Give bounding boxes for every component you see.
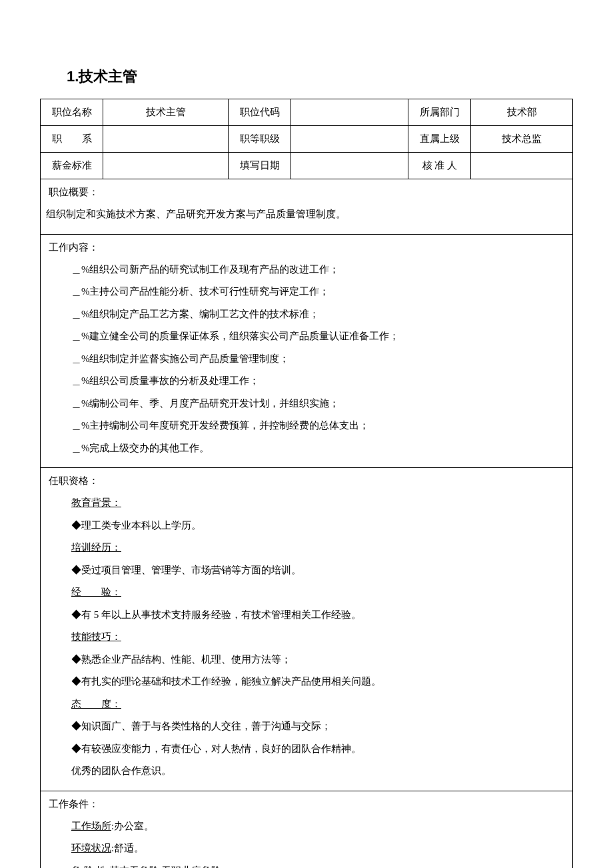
value-job-family — [103, 126, 229, 153]
section-qualification: 任职资格： 教育背景： ◆理工类专业本科以上学历。 培训经历： ◆受过项目管理、… — [41, 468, 573, 791]
header-row-1: 职位名称 技术主管 职位代码 所属部门 技术部 — [41, 99, 573, 126]
label-department: 所属部门 — [408, 99, 471, 126]
value-supervisor: 技术总监 — [471, 126, 573, 153]
summary-text: 组织制定和实施技术方案、产品研究开发方案与产品质量管理制度。 — [46, 205, 567, 224]
section-work-conditions: 工作条件： 工作场所:办公室。 环境状况:舒适。 危 险 性:基本无危险,无职业… — [41, 791, 573, 868]
label-supervisor: 直属上级 — [408, 126, 471, 153]
label-position-name: 职位名称 — [41, 99, 103, 126]
work-title: 工作内容： — [49, 239, 567, 257]
value-department: 技术部 — [471, 99, 573, 126]
att-text: ◆有较强应变能力，有责任心，对人热情，良好的团队合作精神。 — [71, 739, 567, 759]
env-label: 环境状况 — [71, 843, 111, 853]
value-salary — [103, 153, 229, 179]
value-approver — [471, 153, 573, 179]
place-text: :办公室。 — [111, 821, 154, 831]
att-text: 优秀的团队合作意识。 — [71, 761, 567, 781]
label-salary: 薪金标准 — [41, 153, 103, 179]
job-description-table: 职位名称 技术主管 职位代码 所属部门 技术部 职 系 职等职级 直属上级 技术… — [40, 99, 573, 868]
work-item: ＿%建立健全公司的质量保证体系，组织落实公司产品质量认证准备工作； — [71, 327, 567, 346]
att-text: ◆知识面广、善于与各类性格的人交往，善于沟通与交际； — [71, 717, 567, 736]
work-item: ＿%组织公司质量事故的分析及处理工作； — [71, 371, 567, 391]
env-text: :舒适。 — [111, 843, 144, 853]
exp-text: ◆有 5 年以上从事技术支持服务经验，有技术管理相关工作经验。 — [71, 605, 567, 625]
edu-title: 教育背景： — [71, 497, 121, 508]
att-title: 态 度： — [71, 699, 121, 709]
summary-title: 职位概要： — [49, 183, 567, 201]
label-fill-date: 填写日期 — [229, 153, 291, 179]
qualification-title: 任职资格： — [49, 472, 567, 490]
value-position-name: 技术主管 — [103, 99, 229, 126]
work-item: ＿%主持公司产品性能分析、技术可行性研究与评定工作； — [71, 282, 567, 301]
work-item: ＿%组织公司新产品的研究试制工作及现有产品的改进工作； — [71, 260, 567, 279]
edu-text: ◆理工类专业本科以上学历。 — [71, 516, 567, 535]
label-approver: 核 准 人 — [408, 153, 471, 179]
place-label: 工作场所 — [71, 821, 111, 831]
train-text: ◆受过项目管理、管理学、市场营销等方面的培训。 — [71, 561, 567, 580]
value-position-code — [291, 99, 408, 126]
work-item: ＿%完成上级交办的其他工作。 — [71, 439, 567, 458]
skill-text: ◆熟悉企业产品结构、性能、机理、使用方法等； — [71, 650, 567, 669]
document-title: 1.技术主管 — [67, 67, 573, 87]
header-row-2: 职 系 职等职级 直属上级 技术总监 — [41, 126, 573, 153]
conditions-title: 工作条件： — [49, 795, 567, 813]
train-title: 培训经历： — [71, 542, 121, 553]
skill-title: 技能技巧： — [71, 631, 121, 642]
value-grade — [291, 126, 408, 153]
work-item: ＿%组织制定产品工艺方案、编制工艺文件的技术标准； — [71, 305, 567, 324]
exp-title: 经 验： — [71, 587, 121, 597]
work-item: ＿%主持编制公司年度研究开发经费预算，并控制经费的总体支出； — [71, 416, 567, 435]
header-row-3: 薪金标准 填写日期 核 准 人 — [41, 153, 573, 179]
value-fill-date — [291, 153, 408, 179]
skill-text: ◆有扎实的理论基础和技术工作经验，能独立解决产品使用相关问题。 — [71, 672, 567, 691]
work-item: ＿%组织制定并监督实施公司产品质量管理制度； — [71, 349, 567, 369]
label-grade: 职等职级 — [229, 126, 291, 153]
label-job-family: 职 系 — [41, 126, 103, 153]
danger-label: 危 险 性 — [71, 865, 107, 869]
section-work-content: 工作内容： ＿%组织公司新产品的研究试制工作及现有产品的改进工作； ＿%主持公司… — [41, 234, 573, 468]
label-position-code: 职位代码 — [229, 99, 291, 126]
danger-text: :基本无危险,无职业病危险。 — [107, 865, 232, 869]
work-item: ＿%编制公司年、季、月度产品研究开发计划，并组织实施； — [71, 394, 567, 413]
section-summary: 职位概要： 组织制定和实施技术方案、产品研究开发方案与产品质量管理制度。 — [41, 179, 573, 235]
